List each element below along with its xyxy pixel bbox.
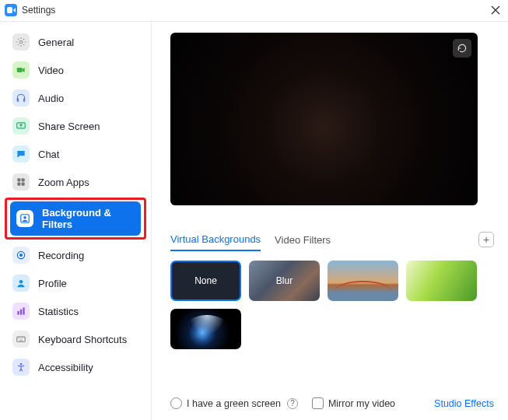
sidebar-item-keyboard-shortcuts[interactable]: Keyboard Shortcuts — [0, 325, 151, 353]
sidebar: General Video Audio Share Screen Chat Zo… — [0, 22, 152, 420]
gear-icon — [12, 33, 30, 51]
close-icon — [491, 5, 500, 15]
svg-point-13 — [19, 280, 23, 284]
svg-rect-6 — [22, 178, 25, 181]
sidebar-item-label: Statistics — [38, 306, 79, 317]
person-frame-icon — [16, 210, 33, 227]
sidebar-item-chat[interactable]: Chat — [0, 140, 151, 168]
svg-rect-3 — [23, 99, 25, 102]
background-tile-none[interactable]: None — [170, 261, 241, 301]
sidebar-item-statistics[interactable]: Statistics — [0, 297, 151, 325]
tab-video-filters[interactable]: Video Filters — [275, 234, 331, 250]
backgrounds-grid: None Blur — [170, 261, 494, 349]
sidebar-item-profile[interactable]: Profile — [0, 269, 151, 297]
svg-rect-8 — [22, 183, 25, 186]
close-button[interactable] — [489, 4, 502, 16]
svg-rect-15 — [20, 310, 22, 315]
keyboard-icon — [12, 331, 30, 348]
checkbox-green-screen[interactable]: I have a green screen ? — [170, 397, 298, 409]
sidebar-item-label: Background & Filters — [42, 207, 131, 230]
checkbox-mirror-video[interactable]: Mirror my video — [312, 397, 395, 409]
video-preview — [170, 33, 478, 205]
svg-rect-7 — [17, 183, 20, 186]
rotate-camera-button[interactable] — [453, 39, 471, 58]
background-tile-grass[interactable] — [406, 261, 477, 301]
sidebar-item-zoom-apps[interactable]: Zoom Apps — [0, 168, 151, 196]
sidebar-item-audio[interactable]: Audio — [0, 84, 151, 112]
svg-point-12 — [19, 254, 23, 257]
share-screen-icon — [12, 117, 30, 135]
background-tile-blur[interactable]: Blur — [249, 261, 320, 301]
help-icon[interactable]: ? — [287, 398, 298, 409]
sidebar-item-label: Recording — [38, 250, 84, 261]
checkbox-label: I have a green screen — [187, 398, 281, 409]
headphones-icon — [12, 89, 30, 107]
titlebar-left: Settings — [5, 4, 55, 16]
sidebar-item-label: Keyboard Shortcuts — [38, 334, 127, 345]
bottom-options: I have a green screen ? Mirror my video … — [170, 397, 494, 409]
sidebar-item-label: Video — [38, 65, 64, 76]
sidebar-item-video[interactable]: Video — [0, 56, 151, 84]
chat-icon — [12, 145, 30, 163]
highlight-annotation: Background & Filters — [5, 198, 146, 240]
record-icon — [12, 247, 30, 264]
rotate-icon — [457, 43, 468, 54]
svg-rect-1 — [17, 68, 23, 72]
video-icon — [12, 61, 30, 79]
window-title: Settings — [22, 5, 55, 16]
background-tile-earth[interactable] — [170, 309, 241, 349]
main-panel: Virtual Backgrounds Video Filters + None… — [152, 22, 508, 420]
sidebar-item-label: Zoom Apps — [38, 177, 89, 188]
sidebar-item-label: Share Screen — [38, 121, 100, 132]
sidebar-item-label: General — [38, 37, 74, 48]
checkbox-label: Mirror my video — [328, 398, 395, 409]
tile-label: None — [194, 275, 217, 286]
svg-point-0 — [19, 40, 23, 44]
sidebar-item-label: Chat — [38, 149, 59, 160]
svg-point-10 — [23, 216, 26, 219]
svg-rect-14 — [17, 311, 19, 315]
checkbox-box-icon — [312, 397, 324, 409]
sidebar-item-label: Accessibility — [38, 362, 93, 373]
apps-icon — [12, 173, 30, 191]
studio-effects-link[interactable]: Studio Effects — [434, 398, 494, 409]
svg-point-18 — [20, 363, 23, 366]
person-icon — [12, 275, 30, 292]
plus-icon: + — [483, 234, 489, 245]
sidebar-item-general[interactable]: General — [0, 28, 151, 56]
svg-rect-16 — [23, 307, 24, 314]
background-tile-bridge[interactable] — [328, 261, 398, 301]
add-background-button[interactable]: + — [478, 232, 494, 247]
sidebar-item-label: Profile — [38, 278, 67, 289]
svg-rect-5 — [17, 178, 20, 181]
sidebar-item-accessibility[interactable]: Accessibility — [0, 353, 151, 381]
bar-chart-icon — [12, 303, 30, 320]
svg-rect-2 — [17, 99, 19, 102]
tab-virtual-backgrounds[interactable]: Virtual Backgrounds — [170, 233, 261, 251]
titlebar: Settings — [0, 0, 508, 22]
tile-label: Blur — [276, 275, 293, 286]
checkbox-box-icon — [170, 397, 182, 409]
tabs: Virtual Backgrounds Video Filters + — [170, 233, 494, 251]
content: General Video Audio Share Screen Chat Zo… — [0, 22, 508, 420]
sidebar-item-label: Audio — [38, 93, 64, 104]
sidebar-item-share-screen[interactable]: Share Screen — [0, 112, 151, 140]
sidebar-item-background-filters[interactable]: Background & Filters — [10, 201, 141, 236]
sidebar-item-recording[interactable]: Recording — [0, 241, 151, 269]
accessibility-icon — [12, 359, 30, 376]
svg-rect-17 — [17, 337, 26, 341]
zoom-app-icon — [5, 4, 17, 16]
